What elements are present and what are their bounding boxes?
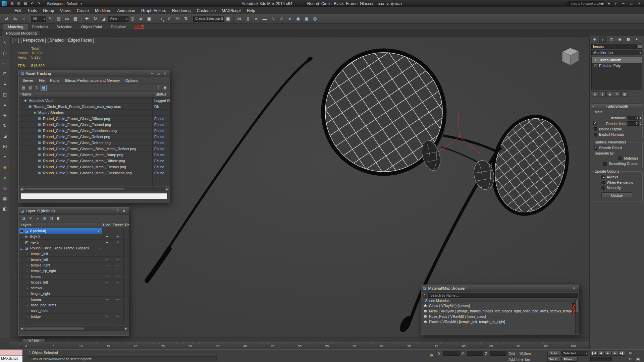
maxscript-macro-recorder[interactable]	[0, 350, 22, 356]
select-and-scale-icon[interactable]: ◢	[100, 15, 108, 23]
column-header-freeze[interactable]: Freeze	[113, 223, 124, 227]
scroll-left-icon[interactable]: ◀	[19, 187, 24, 191]
asset-row[interactable]: ▦ Round_Circle_Frame_Glass_Refract.png F…	[19, 140, 170, 146]
freeze-toggle[interactable]: —	[112, 252, 123, 255]
graphite-ribbon-icon[interactable]: ▬	[261, 15, 269, 23]
mirror-icon[interactable]: ⋈	[235, 15, 244, 23]
schematic-view-icon[interactable]: #	[277, 15, 285, 23]
hide-toggle[interactable]: —	[102, 292, 112, 295]
rotate-tool-icon[interactable]: ↻	[2, 123, 8, 129]
menu-item[interactable]: File	[36, 77, 47, 83]
isoline-display-checkbox[interactable]	[594, 127, 597, 131]
menu-item[interactable]: Create	[74, 8, 92, 14]
iterations-spinner[interactable]: ▴▾	[640, 116, 641, 120]
grid-snap-icon[interactable]: ⊞	[2, 71, 8, 77]
scrollbar-thumb[interactable]	[24, 327, 85, 330]
status-view-icon[interactable]: ▤	[20, 85, 26, 91]
add-time-tag[interactable]: Add Time Tag	[508, 357, 530, 361]
make-unique-icon[interactable]: ◈	[606, 92, 613, 97]
freeze-toggle[interactable]: ✳	[112, 235, 123, 238]
close-button[interactable]: ✕	[121, 209, 127, 213]
display-tab[interactable]: ▦	[624, 37, 632, 43]
object-name-field[interactable]: lenses	[591, 44, 637, 49]
select-and-move-icon[interactable]: ✚	[83, 15, 91, 23]
angle-snap-icon[interactable]: ∠	[165, 15, 173, 23]
layer-row[interactable]: − ◪ 0 (default) ✓	[19, 228, 129, 234]
asset-row[interactable]: ▣ Round_Circle_Black_Frame_Glasses_max_v…	[19, 104, 170, 110]
update-button[interactable]: Update	[601, 192, 632, 198]
render-setup-icon[interactable]: ◉	[294, 15, 302, 23]
menu-item[interactable]: Bitmap Performance and Memory	[62, 77, 122, 83]
create-tab[interactable]: ✚	[591, 37, 599, 43]
undo-icon[interactable]: ↶	[29, 2, 35, 5]
menu-item[interactable]: Rendering	[169, 8, 194, 14]
favorites-icon[interactable]: ★	[606, 2, 612, 5]
select-and-link-icon[interactable]: ⇄	[3, 15, 11, 23]
menu-item[interactable]: Customize	[194, 8, 219, 14]
always-radio[interactable]	[601, 175, 605, 179]
menu-item[interactable]: Group	[40, 8, 57, 14]
scale-tool-icon[interactable]: ◢	[2, 133, 8, 139]
layer-row[interactable]: ▫ lenses — —	[19, 274, 129, 280]
x-coordinate-field[interactable]	[443, 351, 460, 356]
hide-toggle[interactable]: —	[102, 286, 112, 290]
render-iters-checkbox[interactable]	[593, 122, 597, 125]
modifier-toggle-icon[interactable]: ▢	[593, 64, 598, 67]
material-search-input[interactable]: Search by Name ...	[428, 293, 578, 298]
viewport-menu-pov[interactable]: [ Perspective ]	[20, 38, 46, 43]
communication-center-icon[interactable]: ◉	[599, 2, 605, 5]
hide-toggle[interactable]: —	[102, 269, 112, 273]
menu-item[interactable]: MAXScript	[219, 8, 244, 14]
layer-row[interactable]: ▫ hinges_right — —	[19, 291, 129, 297]
column-header-render[interactable]: Re	[125, 223, 129, 227]
render-iters-spinner[interactable]: ▴▾	[640, 122, 641, 125]
turbosmooth-rollout-header[interactable]: − TurboSmooth	[591, 104, 643, 109]
zoom-extents-icon[interactable]: ⊡	[634, 350, 642, 356]
relax-brush-icon[interactable]: ◆	[2, 164, 8, 170]
rectangular-selection-region-icon[interactable]: ▭	[63, 15, 71, 23]
view-cube[interactable]	[562, 48, 579, 65]
when-rendering-radio[interactable]	[601, 181, 605, 184]
selection-filter-dropdown[interactable]: All	[31, 16, 46, 22]
cylinder-primitive-icon[interactable]: ◫	[2, 92, 8, 98]
snaps-toggle-icon[interactable]: ∩3	[157, 15, 165, 23]
layer-row[interactable]: ▫ nose_pads — —	[19, 308, 129, 314]
minimize-button[interactable]: ─	[149, 72, 155, 75]
modifier-stack-item[interactable]: ▢ Editable Poly	[592, 63, 642, 68]
material-row[interactable]: Glass ( VRayMtl ) [lenses]	[421, 303, 579, 308]
freeze-toggle[interactable]: —	[112, 292, 123, 295]
column-header-name[interactable]: Name	[21, 92, 31, 96]
menu-item[interactable]: Modifiers	[92, 8, 114, 14]
polygon-modeling-panel-tab[interactable]: Polygon Modeling	[2, 30, 41, 36]
render-production-icon[interactable]: ◍	[311, 15, 319, 23]
select-tool-icon[interactable]: ↖	[2, 40, 8, 46]
detail-view-icon[interactable]: ▥	[27, 85, 33, 91]
horizontal-scrollbar[interactable]: ◀ ▶	[19, 187, 169, 191]
layer-manager-icon[interactable]: ≡	[252, 15, 260, 23]
layer-row[interactable]: ▫ hinges_left — —	[19, 280, 129, 285]
expand-icon[interactable]: −	[20, 230, 23, 233]
align-icon[interactable]: ∥	[244, 15, 252, 23]
maxscript-listener-field[interactable]: MAXScript	[0, 356, 22, 362]
paint-deform-icon[interactable]: ✦	[2, 154, 8, 160]
close-button[interactable]: ✕	[571, 287, 577, 290]
remove-modifier-icon[interactable]: ✕	[614, 92, 621, 97]
go-to-end-button[interactable]: ▶▌	[619, 351, 625, 356]
modifier-list-dropdown[interactable]: Modifier List	[591, 50, 642, 55]
material-row[interactable]: Plastic ( VRayMtl ) [temple_left, temple…	[421, 319, 579, 324]
freeze-toggle[interactable]: —	[112, 269, 123, 273]
freeze-toggle[interactable]: —	[112, 309, 123, 312]
time-slider-thumb[interactable]: 0 / 100	[22, 339, 46, 342]
modifier-toggle-icon[interactable]: ○	[593, 58, 598, 62]
utilities-tab[interactable]: ✦	[633, 37, 641, 43]
expand-icon[interactable]: −	[20, 247, 23, 250]
play-button[interactable]: ▶	[604, 351, 611, 356]
select-in-layer-icon[interactable]: ▣	[42, 216, 48, 222]
layer-row[interactable]: ◩ ɨɨ×ÿ×ũ ● ✳	[19, 234, 129, 240]
close-button[interactable]: ✕	[635, 1, 643, 7]
new-scene-icon[interactable]: ▤	[9, 2, 15, 5]
menu-item[interactable]: Graph Editors	[138, 8, 169, 14]
reference-coordinate-dropdown[interactable]: View	[108, 16, 128, 22]
asset-row[interactable]: ▦ Round_Circle_Frame_Glass_Glossiness.pn…	[19, 128, 170, 134]
plane-primitive-icon[interactable]: ▭	[2, 60, 8, 66]
